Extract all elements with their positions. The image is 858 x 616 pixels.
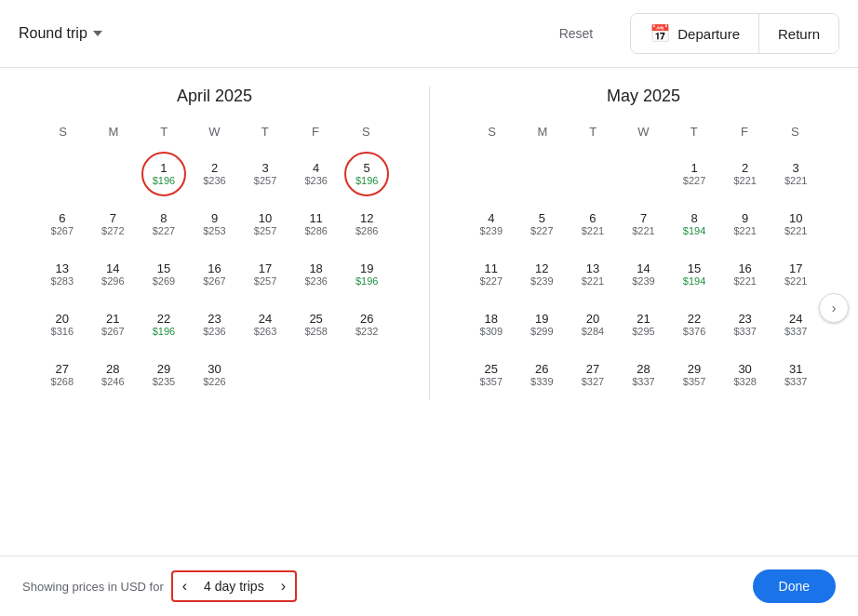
day-cell[interactable]: 18$236 (291, 250, 341, 299)
day-cell[interactable]: 7$221 (619, 200, 668, 248)
day-cell[interactable]: 2$236 (190, 150, 239, 198)
day-cell[interactable]: 30$328 (720, 351, 770, 399)
day-cell[interactable]: 30$226 (190, 351, 239, 399)
day-cell[interactable]: 25$357 (467, 351, 516, 399)
day-cell[interactable]: 8$194 (670, 200, 719, 248)
day-price: $236 (203, 175, 225, 187)
day-number: 25 (309, 312, 322, 327)
day-cell[interactable]: 13$283 (38, 250, 87, 299)
day-number: 8 (160, 211, 167, 226)
day-cell[interactable]: 20$284 (569, 301, 618, 349)
day-price: $295 (632, 326, 654, 338)
day-cell[interactable]: 10$221 (771, 200, 821, 248)
day-cell[interactable]: 20$316 (38, 301, 87, 349)
day-cell[interactable]: 4$239 (467, 200, 516, 248)
day-price: $328 (733, 376, 756, 388)
day-cell[interactable]: 17$257 (241, 250, 290, 299)
day-cell[interactable]: 21$295 (619, 301, 668, 349)
departure-field[interactable]: 📅 Departure (631, 14, 759, 53)
day-cell[interactable]: 4$236 (291, 150, 341, 198)
next-trip-length-button[interactable]: › (272, 572, 295, 600)
day-cell[interactable]: 3$221 (771, 150, 821, 198)
day-cell[interactable]: 10$257 (241, 200, 290, 248)
may-day-headers: SMTWTFS (467, 121, 821, 142)
day-cell[interactable]: 17$221 (771, 250, 821, 299)
day-price: $327 (582, 376, 604, 388)
day-cell[interactable]: 9$253 (190, 200, 239, 248)
day-number: 11 (485, 261, 498, 276)
day-price: $236 (203, 326, 225, 338)
day-cell[interactable]: 29$357 (670, 351, 719, 399)
day-cell[interactable]: 22$196 (140, 301, 189, 349)
prev-trip-length-button[interactable]: ‹ (173, 572, 196, 600)
done-button[interactable]: Done (753, 569, 836, 603)
trip-type-selector[interactable]: Round trip (19, 25, 102, 42)
day-cell[interactable]: 19$299 (517, 301, 567, 349)
day-price: $227 (530, 225, 553, 237)
day-cell[interactable]: 26$232 (342, 301, 392, 349)
day-price: $337 (733, 326, 756, 338)
day-cell[interactable]: 28$337 (619, 351, 668, 399)
day-cell[interactable]: 15$194 (670, 250, 719, 299)
next-month-button[interactable]: › (819, 293, 849, 323)
day-number: 21 (106, 312, 119, 327)
day-cell[interactable]: 21$267 (88, 301, 138, 349)
day-cell[interactable]: 22$376 (670, 301, 719, 349)
day-cell[interactable]: 14$296 (88, 250, 138, 299)
day-price: $286 (355, 225, 378, 237)
day-cell[interactable]: 13$221 (569, 250, 618, 299)
day-cell[interactable]: 5$227 (517, 200, 567, 248)
day-cell[interactable]: 27$327 (569, 351, 618, 399)
day-cell[interactable]: 11$227 (467, 250, 516, 299)
return-field[interactable]: Return (759, 14, 838, 53)
day-cell[interactable]: 7$272 (88, 200, 138, 248)
day-number: 1 (160, 161, 167, 176)
day-cell[interactable]: 29$235 (140, 351, 189, 399)
day-header: S (770, 121, 820, 142)
day-cell[interactable]: 26$339 (517, 351, 567, 399)
day-cell[interactable]: 15$269 (140, 250, 189, 299)
day-cell[interactable]: 27$268 (38, 351, 87, 399)
day-cell[interactable]: 28$246 (88, 351, 138, 399)
day-price: $246 (101, 376, 124, 388)
day-cell[interactable]: 23$337 (720, 301, 770, 349)
day-cell[interactable]: 11$286 (291, 200, 341, 248)
day-number: 20 (56, 312, 69, 327)
day-number: 15 (157, 261, 170, 276)
reset-button[interactable]: Reset (552, 22, 601, 45)
day-cell[interactable]: 16$267 (190, 250, 239, 299)
day-cell[interactable]: 5$196 (342, 150, 392, 198)
trip-length-label: 4 day trips (196, 573, 272, 599)
trip-length-selector: ‹ 4 day trips › (171, 570, 297, 602)
day-cell[interactable]: 9$221 (720, 200, 770, 248)
day-cell[interactable]: 24$263 (241, 301, 290, 349)
day-cell[interactable]: 6$267 (38, 200, 87, 248)
day-cell[interactable]: 16$221 (720, 250, 770, 299)
day-cell[interactable]: 1$196 (140, 150, 189, 198)
day-number: 3 (261, 161, 268, 176)
day-header: M (517, 121, 568, 142)
day-cell[interactable]: 25$258 (291, 301, 341, 349)
day-cell[interactable]: 14$239 (619, 250, 668, 299)
day-cell[interactable]: 19$196 (342, 250, 392, 299)
day-number: 18 (309, 261, 322, 276)
day-cell[interactable]: 2$221 (720, 150, 770, 198)
day-cell[interactable]: 8$227 (140, 200, 189, 248)
day-price: $239 (480, 225, 503, 237)
day-cell[interactable]: 12$239 (517, 250, 567, 299)
day-number: 9 (211, 211, 218, 226)
day-cell[interactable]: 31$337 (771, 351, 821, 399)
day-cell[interactable]: 3$257 (241, 150, 290, 198)
chevron-down-icon (93, 31, 102, 36)
day-cell[interactable]: 24$337 (771, 301, 821, 349)
day-cell[interactable]: 6$221 (569, 200, 618, 248)
day-number: 13 (56, 261, 69, 276)
day-number: 30 (208, 362, 221, 377)
day-cell[interactable]: 1$227 (670, 150, 719, 198)
day-number: 12 (535, 261, 548, 276)
day-header: W (189, 121, 239, 142)
day-cell[interactable]: 18$309 (467, 301, 516, 349)
day-cell[interactable]: 12$286 (342, 200, 392, 248)
day-price: $339 (530, 376, 553, 388)
day-cell[interactable]: 23$236 (190, 301, 239, 349)
